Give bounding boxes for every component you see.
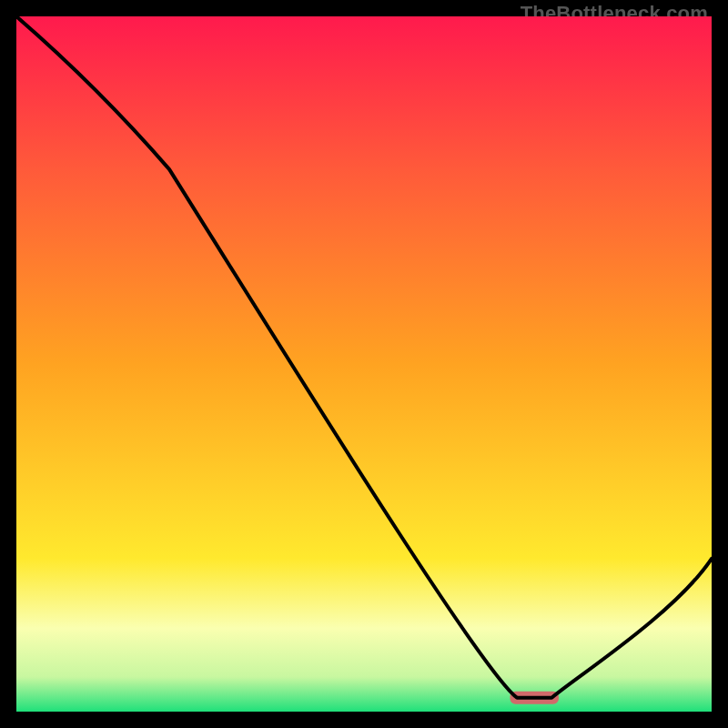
plot-area <box>16 16 712 712</box>
bottleneck-curve <box>16 16 712 698</box>
chart-overlay <box>16 16 712 712</box>
chart-container: TheBottleneck.com <box>0 0 728 728</box>
